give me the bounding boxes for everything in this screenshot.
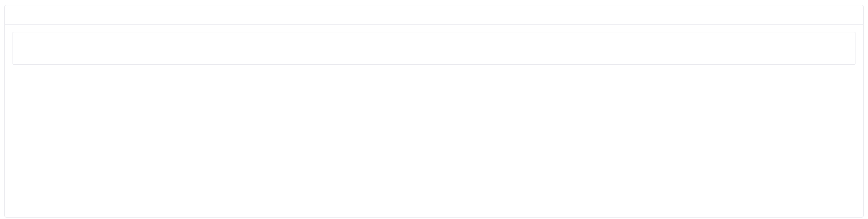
- kpi-card-demandes-automatisees[interactable]: [13, 32, 434, 64]
- kpi-row: [13, 32, 855, 65]
- kpi-body: [15, 32, 28, 64]
- chart-area: [5, 68, 863, 215]
- panel-header: [5, 5, 863, 25]
- chart-watermark-icon: [8, 208, 31, 216]
- kpi-body: [436, 32, 449, 64]
- combo-chart[interactable]: [5, 68, 863, 213]
- kpi-card-demandes-tot-automatisees[interactable]: [434, 32, 855, 64]
- automation-performance-panel: [4, 5, 864, 218]
